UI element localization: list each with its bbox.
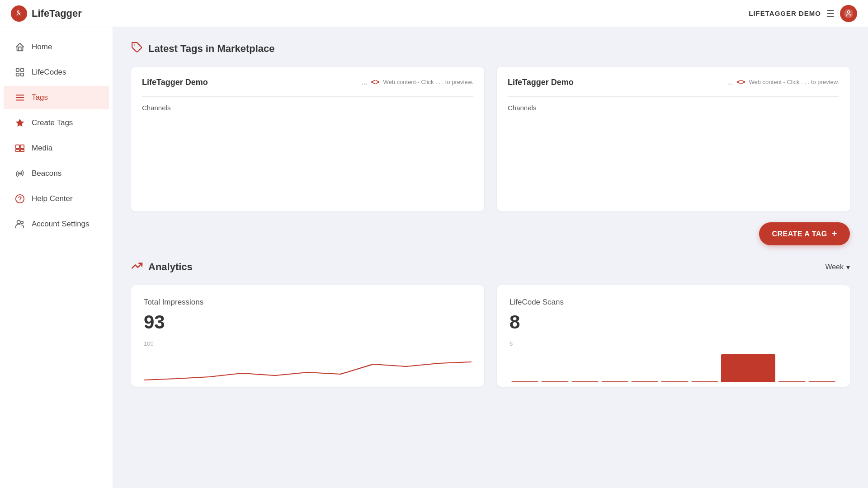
dropdown-icon: ▾ <box>846 263 850 272</box>
sidebar-item-account-settings[interactable]: Account Settings <box>4 212 109 236</box>
tag-card-2-preview-text: Web content~ Click . . . to preview. <box>749 78 839 87</box>
bar-4 <box>601 381 628 382</box>
lifecodes-icon <box>14 67 25 78</box>
tag-card-1-header: LifeTagger Demo ... <> Web content~ Clic… <box>142 78 473 87</box>
total-impressions-card: Total Impressions 93 100 <box>131 285 484 387</box>
tag-card-1-code-icon[interactable]: <> <box>371 78 380 86</box>
tag-card-2-divider <box>508 96 839 97</box>
analytics-title: Analytics <box>148 261 193 273</box>
bar-5 <box>631 381 658 382</box>
account-settings-icon <box>14 219 25 230</box>
svg-rect-3 <box>21 69 24 71</box>
tag-card-1-channels: Channels <box>142 104 170 112</box>
hamburger-icon[interactable]: ☰ <box>826 8 835 19</box>
sidebar-item-home[interactable]: Home <box>4 35 109 59</box>
sidebar-label-tags: Tags <box>32 93 48 102</box>
total-impressions-scale: 100 <box>144 340 472 347</box>
tag-card-2-dots[interactable]: ... <box>727 78 733 86</box>
sidebar-item-lifecodes[interactable]: LifeCodes <box>4 61 109 84</box>
user-avatar[interactable] <box>840 5 857 22</box>
bar-6 <box>661 381 688 382</box>
svg-marker-9 <box>16 119 24 127</box>
svg-rect-12 <box>16 150 19 152</box>
svg-rect-10 <box>16 145 19 149</box>
tag-card-2-actions: ... <> Web content~ Click . . . to previ… <box>727 78 839 87</box>
sidebar-label-lifecodes: LifeCodes <box>32 68 66 77</box>
bar-10 <box>808 381 835 382</box>
tag-card-2-header: LifeTagger Demo ... <> Web content~ Clic… <box>508 78 839 87</box>
sidebar-label-create-tags: Create Tags <box>32 118 73 127</box>
lifecode-scans-card: LifeCode Scans 8 6 <box>497 285 850 387</box>
svg-rect-2 <box>16 69 19 71</box>
create-tag-plus-icon: + <box>832 229 837 239</box>
home-icon <box>14 42 25 52</box>
lifecode-scans-scale: 6 <box>509 340 837 347</box>
sidebar: Home LifeCodes Tags <box>0 27 113 488</box>
logo-container: LifeTagger <box>11 5 82 22</box>
create-tag-container: CREATE A TAG + <box>131 222 850 245</box>
create-tag-button[interactable]: CREATE A TAG + <box>759 222 850 245</box>
tag-card-2: LifeTagger Demo ... <> Web content~ Clic… <box>497 67 850 211</box>
main-content: Latest Tags in Marketplace LifeTagger De… <box>113 27 868 488</box>
create-tag-label: CREATE A TAG <box>772 230 827 238</box>
lifecode-scans-chart <box>509 351 837 382</box>
app-header: LifeTagger LIFETAGGER DEMO ☰ <box>0 0 868 27</box>
marketplace-icon <box>131 42 143 56</box>
lifecode-scans-value: 8 <box>509 311 837 333</box>
tag-card-2-title: LifeTagger Demo <box>508 78 574 87</box>
tags-icon <box>14 92 25 103</box>
sidebar-item-media[interactable]: Media <box>4 136 109 160</box>
tag-card-2-code-icon[interactable]: <> <box>737 78 745 86</box>
beacons-icon <box>14 168 25 179</box>
user-display-name: LIFETAGGER DEMO <box>749 9 821 17</box>
week-label: Week <box>825 263 844 271</box>
sidebar-label-home: Home <box>32 42 52 52</box>
create-tags-icon <box>14 117 25 128</box>
analytics-icon <box>131 260 143 274</box>
marketplace-title: Latest Tags in Marketplace <box>148 43 275 55</box>
header-right: LIFETAGGER DEMO ☰ <box>749 5 857 22</box>
total-impressions-title: Total Impressions <box>144 298 472 307</box>
tag-card-1-preview-text: Web content~ Click . . . to preview. <box>383 78 473 87</box>
bar-1 <box>511 381 538 382</box>
bar-9 <box>778 381 805 382</box>
tag-card-2-channels: Channels <box>508 104 536 112</box>
svg-rect-4 <box>16 73 19 76</box>
media-icon <box>14 143 25 154</box>
tag-card-1-dots[interactable]: ... <box>361 78 367 86</box>
analytics-header-left: Analytics <box>131 260 193 274</box>
bar-2 <box>541 381 568 382</box>
bar-7 <box>691 381 718 382</box>
sidebar-label-beacons: Beacons <box>32 169 61 178</box>
sidebar-item-create-tags[interactable]: Create Tags <box>4 111 109 135</box>
sidebar-label-account-settings: Account Settings <box>32 220 90 229</box>
total-impressions-value: 93 <box>144 311 472 333</box>
sidebar-item-help-center[interactable]: Help Center <box>4 187 109 211</box>
lifecode-scans-title: LifeCode Scans <box>509 298 837 307</box>
svg-point-14 <box>19 173 21 174</box>
sidebar-item-beacons[interactable]: Beacons <box>4 162 109 185</box>
app-title: LifeTagger <box>32 8 82 19</box>
marketplace-section-header: Latest Tags in Marketplace <box>131 42 850 56</box>
sidebar-label-help-center: Help Center <box>32 194 73 203</box>
tag-card-1: LifeTagger Demo ... <> Web content~ Clic… <box>131 67 484 211</box>
svg-point-18 <box>21 221 24 224</box>
analytics-section: Analytics Week ▾ Total Impressions 93 10… <box>131 260 850 387</box>
week-selector[interactable]: Week ▾ <box>825 263 850 272</box>
svg-point-17 <box>17 221 20 224</box>
help-center-icon <box>14 193 25 204</box>
tag-card-1-actions: ... <> Web content~ Click . . . to previ… <box>361 78 473 87</box>
bar-3 <box>571 381 599 382</box>
tag-card-1-divider <box>142 96 473 97</box>
total-impressions-chart <box>144 351 472 387</box>
tag-card-1-title: LifeTagger Demo <box>142 78 208 87</box>
svg-rect-5 <box>21 73 24 76</box>
sidebar-item-tags[interactable]: Tags <box>4 86 109 109</box>
logo-icon <box>11 5 27 22</box>
tag-cards-row: LifeTagger Demo ... <> Web content~ Clic… <box>131 67 850 211</box>
analytics-cards-row: Total Impressions 93 100 LifeCode Scans … <box>131 285 850 387</box>
svg-rect-11 <box>20 145 24 149</box>
analytics-header: Analytics Week ▾ <box>131 260 850 274</box>
bar-8 <box>721 354 776 382</box>
sidebar-label-media: Media <box>32 144 52 153</box>
